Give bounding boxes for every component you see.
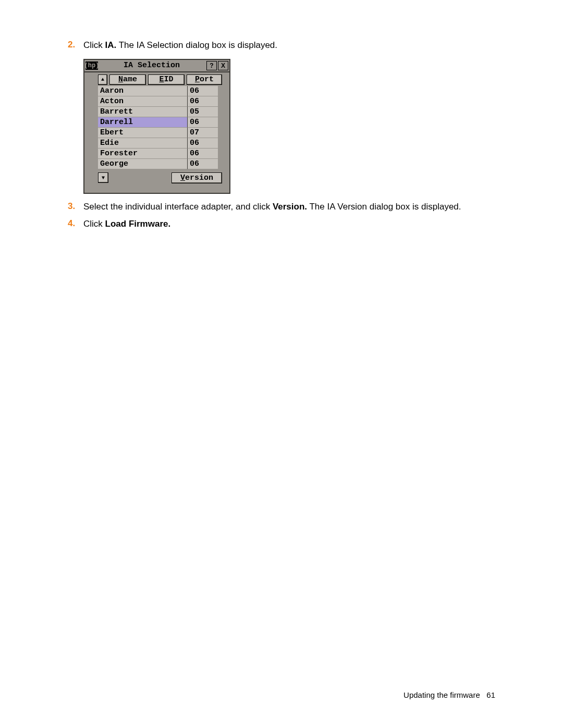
dialog-footer: ▼ Version bbox=[98, 172, 222, 183]
page-footer: Updating the firmware 61 bbox=[403, 690, 495, 699]
cell-name: Ebert bbox=[98, 128, 188, 138]
table-row[interactable]: Ebert07 bbox=[98, 128, 222, 138]
step-prefix: Click bbox=[83, 219, 105, 229]
table-row[interactable]: George06 bbox=[98, 159, 222, 169]
step-rest: The IA Selection dialog box is displayed… bbox=[116, 40, 277, 50]
step-text: Select the individual interface adapter,… bbox=[83, 201, 495, 213]
cell-name: Darrell bbox=[98, 117, 188, 128]
dialog-body: ▲ Name EID Port Aaron06Acton06Barrett05D… bbox=[84, 72, 229, 193]
step-rest: The IA Version dialog box is displayed. bbox=[307, 202, 461, 212]
step-number: 3. bbox=[68, 201, 83, 213]
col-header-name[interactable]: Name bbox=[109, 75, 146, 85]
table-row[interactable]: Aaron06 bbox=[98, 86, 222, 96]
step-prefix: Select the individual interface adapter,… bbox=[83, 202, 273, 212]
footer-page: 61 bbox=[486, 690, 495, 699]
cell-port: 06 bbox=[188, 117, 218, 128]
scroll-down-button[interactable]: ▼ bbox=[98, 172, 108, 183]
header-row: ▲ Name EID Port bbox=[98, 75, 222, 85]
cell-port: 06 bbox=[188, 86, 218, 96]
close-button[interactable]: X bbox=[218, 61, 228, 70]
cell-name: Aaron bbox=[98, 86, 188, 96]
step-2: 2. Click IA. The IA Selection dialog box… bbox=[68, 40, 495, 52]
step-number: 2. bbox=[68, 40, 83, 52]
col-header-port[interactable]: Port bbox=[187, 75, 222, 85]
cell-port: 07 bbox=[188, 128, 218, 138]
help-button[interactable]: ? bbox=[206, 61, 217, 70]
step-text: Click Load Firmware. bbox=[83, 218, 495, 230]
step-4: 4. Click Load Firmware. bbox=[68, 218, 495, 230]
dialog-title: IA Selection bbox=[98, 61, 205, 70]
step-prefix: Click bbox=[83, 40, 105, 50]
table-row[interactable]: Darrell06 bbox=[98, 117, 222, 128]
table-row[interactable]: Acton06 bbox=[98, 96, 222, 107]
dialog-titlebar: (hp) IA Selection ? X bbox=[84, 60, 229, 72]
step-bold: Version. bbox=[273, 202, 307, 212]
cell-name: Edie bbox=[98, 138, 188, 149]
step-number: 4. bbox=[68, 218, 83, 230]
ia-selection-dialog: (hp) IA Selection ? X ▲ Name EID Port Aa… bbox=[83, 59, 230, 194]
cell-port: 06 bbox=[188, 159, 218, 169]
list-table: Aaron06Acton06Barrett05Darrell06Ebert07E… bbox=[98, 86, 222, 169]
table-row[interactable]: Forester06 bbox=[98, 149, 222, 159]
dialog-screenshot: (hp) IA Selection ? X ▲ Name EID Port Aa… bbox=[83, 59, 495, 194]
cell-port: 06 bbox=[188, 138, 218, 149]
table-row[interactable]: Edie06 bbox=[98, 138, 222, 149]
step-3: 3. Select the individual interface adapt… bbox=[68, 201, 495, 213]
cell-name: Forester bbox=[98, 149, 188, 159]
cell-name: George bbox=[98, 159, 188, 169]
scroll-up-button[interactable]: ▲ bbox=[98, 75, 107, 85]
col-header-eid[interactable]: EID bbox=[148, 75, 185, 85]
arrow-down-icon: ▼ bbox=[102, 175, 105, 181]
cell-port: 05 bbox=[188, 107, 218, 117]
footer-section: Updating the firmware bbox=[403, 690, 480, 699]
table-row[interactable]: Barrett05 bbox=[98, 107, 222, 117]
step-bold: Load Firmware. bbox=[105, 219, 171, 229]
cell-port: 06 bbox=[188, 149, 218, 159]
hp-logo-icon: (hp) bbox=[85, 61, 98, 70]
step-bold: IA. bbox=[105, 40, 117, 50]
cell-name: Acton bbox=[98, 96, 188, 107]
arrow-up-icon: ▲ bbox=[101, 77, 104, 82]
cell-port: 06 bbox=[188, 96, 218, 107]
step-text: Click IA. The IA Selection dialog box is… bbox=[83, 40, 495, 52]
version-button[interactable]: Version bbox=[172, 172, 222, 183]
cell-name: Barrett bbox=[98, 107, 188, 117]
